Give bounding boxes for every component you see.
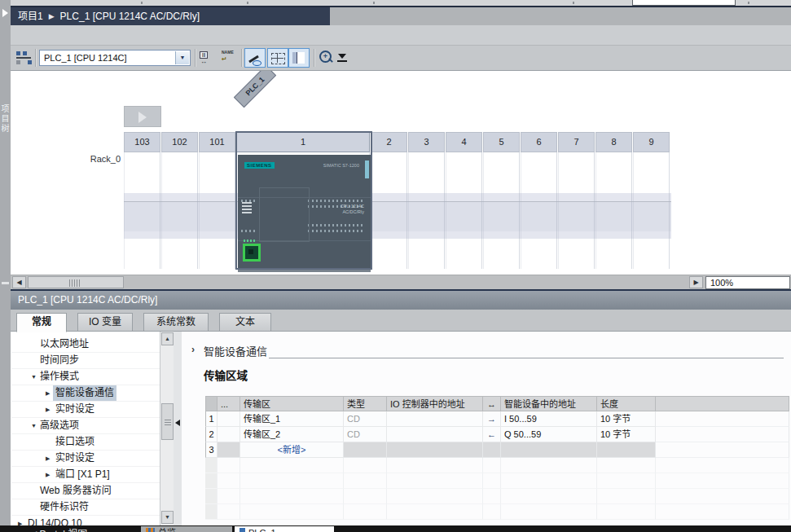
direction-arrow-icon[interactable]: → xyxy=(483,411,501,427)
collapse-arrow-icon[interactable]: ▼ xyxy=(31,418,37,433)
breadcrumb-project[interactable]: 项目1 xyxy=(18,11,43,22)
transfer-length[interactable]: 10 字节 xyxy=(597,427,656,442)
save-view-button[interactable] xyxy=(336,48,349,68)
scroll-left-button[interactable]: ◀ xyxy=(12,276,26,288)
snap-grid-button[interactable] xyxy=(267,48,288,68)
filler[interactable] xyxy=(656,427,789,442)
table-row-2[interactable]: 2传输区_2CD←Q 50...5910 字节 xyxy=(205,427,789,442)
slot-header-4[interactable]: 4 xyxy=(446,132,482,152)
transfer-type[interactable]: CD xyxy=(344,427,387,442)
slot-header-101[interactable]: 101 xyxy=(199,132,235,152)
idevice-address[interactable] xyxy=(501,442,597,458)
slot-cell-102[interactable] xyxy=(161,152,198,269)
slot-header-5[interactable]: 5 xyxy=(483,132,520,152)
breadcrumb-device[interactable]: PLC_1 [CPU 1214C AC/DC/Rly] xyxy=(60,11,200,22)
tree-item-9[interactable]: Web 服务器访问 xyxy=(11,483,160,499)
tree-item-8[interactable]: ▶端口 [X1 P1] xyxy=(11,467,160,483)
tree-scrollbar[interactable]: ▲ ▼ xyxy=(160,332,174,525)
tree-item-4[interactable]: ▶实时设定 xyxy=(11,402,160,418)
transfer-length[interactable]: 10 字节 xyxy=(597,411,656,427)
expand-arrow-icon[interactable]: ▶ xyxy=(46,467,50,482)
collapse-arrow-icon[interactable]: ▼ xyxy=(31,369,37,385)
table-row-1[interactable]: 1传输区_1CD→I 50...5910 字节 xyxy=(205,411,789,427)
io-controller-address[interactable] xyxy=(387,442,483,458)
expand-arrow-icon[interactable]: ▶ xyxy=(46,385,50,401)
rack-nav-button[interactable] xyxy=(124,106,161,127)
tag-names-button[interactable]: NAME ↵ xyxy=(220,48,239,68)
device-view-canvas[interactable]: PLC_1 Rack_0 103102101123456789 SIEMENS … xyxy=(11,71,791,275)
project-tree-collapsed-strip[interactable]: 项目树 xyxy=(0,0,11,532)
direction-arrow-icon[interactable]: ← xyxy=(483,427,501,442)
filler[interactable] xyxy=(656,442,789,458)
scroll-right-button[interactable]: ▶ xyxy=(689,276,703,288)
vscroll-thumb[interactable] xyxy=(161,403,174,440)
measure-slots-button[interactable]: ||| ↔ xyxy=(197,48,217,68)
row-options[interactable] xyxy=(218,411,240,427)
device-overview-toggle-button[interactable] xyxy=(288,48,310,68)
transfer-length[interactable] xyxy=(597,442,656,458)
slot-cell-5[interactable] xyxy=(483,152,520,269)
transfer-name[interactable]: 传输区_2 xyxy=(240,427,344,442)
device-select[interactable]: PLC_1 [CPU 1214C] ▼ xyxy=(39,50,191,66)
row-options[interactable] xyxy=(218,427,240,442)
slot-header-3[interactable]: 3 xyxy=(408,132,445,152)
slot-cell-6[interactable] xyxy=(521,152,557,269)
slot-header-7[interactable]: 7 xyxy=(558,132,595,152)
slot-header-102[interactable]: 102 xyxy=(161,132,198,152)
slot-cell-2[interactable] xyxy=(371,152,407,269)
transfer-name[interactable]: 传输区_1 xyxy=(240,411,344,427)
breadcrumb[interactable]: 项目1▶PLC_1 [CPU 1214C AC/DC/Rly] xyxy=(11,7,330,25)
idevice-address[interactable]: I 50...59 xyxy=(501,411,597,427)
slot-header-9[interactable]: 9 xyxy=(633,132,670,152)
collapse-left-icon[interactable] xyxy=(175,420,180,426)
slot-header-6[interactable]: 6 xyxy=(521,132,557,152)
io-controller-address[interactable] xyxy=(387,411,483,427)
transfer-type[interactable] xyxy=(344,442,387,458)
slot-cell-101[interactable] xyxy=(199,152,235,269)
slot-cell-3[interactable] xyxy=(408,152,445,269)
zoom-level-input[interactable]: 100% xyxy=(705,276,790,289)
tree-content-splitter[interactable] xyxy=(174,332,182,525)
expand-arrow-icon[interactable]: ▶ xyxy=(46,402,50,417)
portal-view-button[interactable]: ◀ Portal 视图 xyxy=(29,526,87,532)
add-new-link[interactable]: <新增> xyxy=(240,442,344,458)
idevice-address[interactable]: Q 50...59 xyxy=(501,427,597,442)
tree-item-5[interactable]: ▼高级选项 xyxy=(11,418,160,434)
tree-item-0[interactable]: 以太网地址 xyxy=(11,336,160,353)
slot-cell-103[interactable] xyxy=(124,152,160,269)
device-config-icon[interactable] xyxy=(16,51,33,65)
slot-cell-9[interactable] xyxy=(633,152,670,269)
project-tree-vertical-label[interactable]: 项目树 xyxy=(0,104,11,134)
slot-header-103[interactable]: 103 xyxy=(124,132,160,152)
slot-cell-4[interactable] xyxy=(446,152,482,269)
tab-3[interactable]: 文本 xyxy=(219,313,271,332)
tree-item-3[interactable]: ▶智能设备通信 xyxy=(11,385,160,402)
slot-header-8[interactable]: 8 xyxy=(595,132,632,152)
row-options[interactable] xyxy=(218,442,240,458)
tree-item-2[interactable]: ▼操作模式 xyxy=(11,369,160,385)
table-row-3[interactable]: 3<新增> xyxy=(205,442,789,458)
direction-arrow-icon[interactable] xyxy=(483,442,501,458)
expand-arrow-icon[interactable]: ▶ xyxy=(46,451,50,466)
scroll-up-button[interactable]: ▲ xyxy=(161,332,174,345)
tree-item-1[interactable]: 时间同步 xyxy=(11,353,160,369)
tab-1[interactable]: IO 变量 xyxy=(77,313,133,332)
plc-task-tab[interactable]: PLC_1 xyxy=(235,526,334,532)
slot-cell-8[interactable] xyxy=(595,152,632,269)
expand-panel-icon[interactable] xyxy=(2,9,8,17)
io-controller-address[interactable] xyxy=(387,427,483,442)
transfer-type[interactable]: CD xyxy=(344,411,387,427)
tab-2[interactable]: 系统常数 xyxy=(143,313,209,332)
chevron-down-icon[interactable]: ▼ xyxy=(175,51,189,64)
tree-item-7[interactable]: ▶实时设定 xyxy=(11,451,160,467)
show-labels-button[interactable] xyxy=(244,48,266,68)
tree-item-10[interactable]: 硬件标识符 xyxy=(11,499,160,516)
hscroll-thumb[interactable] xyxy=(28,276,124,288)
slot-cell-7[interactable] xyxy=(558,152,595,269)
slot-header-2[interactable]: 2 xyxy=(371,132,407,152)
tree-item-6[interactable]: 接口选项 xyxy=(11,434,160,451)
module-name-tag[interactable]: PLC_1 xyxy=(234,71,276,108)
filler[interactable] xyxy=(656,411,789,427)
scroll-down-button[interactable]: ▼ xyxy=(161,511,174,524)
tab-0[interactable]: 常规 xyxy=(16,313,67,332)
